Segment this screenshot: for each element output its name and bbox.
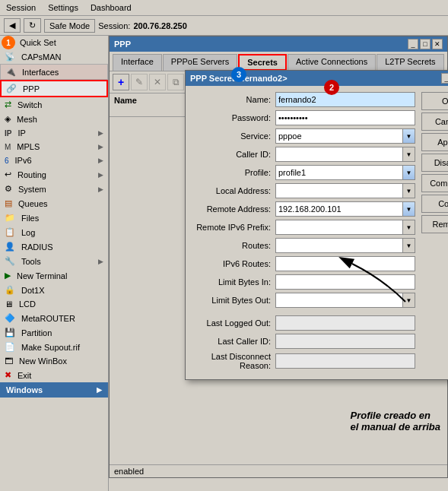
sidebar-item-switch[interactable]: ⇄ Switch <box>0 97 108 112</box>
sidebar-item-capsman[interactable]: 📡 CAPsMAN <box>0 49 108 64</box>
limit-bytes-out-select[interactable]: ▼ <box>275 293 415 308</box>
copy-button[interactable]: Copy <box>421 195 448 213</box>
refresh-button[interactable]: ↻ <box>24 18 41 33</box>
edit-button[interactable]: ✎ <box>131 74 148 90</box>
name-input[interactable] <box>275 92 415 107</box>
sidebar-item-metarouter[interactable]: 🔷 MetaROUTER <box>0 311 108 325</box>
sidebar-item-ppp[interactable]: 🔗 PPP <box>0 80 108 97</box>
form-row-remote-address: Remote Address: 192.168.200.101 ▼ <box>192 201 415 217</box>
limit-bytes-out-dropdown-arrow[interactable]: ▼ <box>402 293 415 307</box>
limit-bytes-in-input[interactable] <box>275 274 415 290</box>
tab-secrets[interactable]: Secrets <box>238 54 287 71</box>
log-icon: 📋 <box>5 227 15 237</box>
sidebar-item-log[interactable]: 📋 Log <box>0 225 108 239</box>
edit-icon: ✎ <box>135 77 143 87</box>
sidebar-item-mesh[interactable]: ◈ Mesh <box>0 112 108 126</box>
apply-button[interactable]: Apply <box>421 133 448 151</box>
ok-button[interactable]: OK <box>421 92 448 110</box>
add-button[interactable]: + 3 <box>113 74 129 90</box>
caller-id-select[interactable]: ▼ <box>275 147 415 162</box>
form-row-service: Service: pppoe ▼ <box>192 128 415 144</box>
profile-select[interactable]: profile1 ▼ <box>275 165 415 180</box>
menu-session[interactable]: Session <box>3 2 39 14</box>
menu-settings[interactable]: Settings <box>45 2 81 14</box>
caller-id-dropdown-arrow[interactable]: ▼ <box>402 147 415 161</box>
minimize-button[interactable]: _ <box>408 39 418 49</box>
windows-bar: Windows ▶ <box>0 382 108 398</box>
queues-icon: ▤ <box>5 198 12 208</box>
sidebar-item-partition[interactable]: 💾 Partition <box>0 325 108 340</box>
remote-ipv6-select[interactable]: ▼ <box>275 220 415 235</box>
sidebar-item-dot1x[interactable]: 🔒 Dot1X <box>0 283 108 297</box>
tab-pppoe-servers[interactable]: PPPoE Servers <box>163 54 237 71</box>
safe-mode-button[interactable]: Safe Mode <box>44 19 95 33</box>
sidebar-item-lcd[interactable]: 🖥 LCD <box>0 297 108 311</box>
badge-2-container: 2 <box>324 80 339 95</box>
ipv6-routes-label: IPv6 Routes: <box>192 259 275 268</box>
makesupout-icon: 📄 <box>5 342 15 352</box>
sidebar-label-quickset: Quick Set <box>20 38 56 47</box>
sidebar-item-quickset[interactable]: 1 Quick Set <box>0 36 108 49</box>
sidebar-item-system[interactable]: ⚙ System ▶ <box>0 182 108 196</box>
sidebar-item-routing[interactable]: ↩ Routing ▶ <box>0 167 108 182</box>
remote-address-select[interactable]: 192.168.200.101 ▼ <box>275 201 415 217</box>
sidebar-item-new-terminal[interactable]: ▶ New Terminal <box>0 268 108 283</box>
sidebar-item-makesupout[interactable]: 📄 Make Supout.rif <box>0 340 108 354</box>
local-address-select[interactable]: ▼ <box>275 183 415 198</box>
ipv6-routes-input[interactable] <box>275 256 415 271</box>
menu-dashboard[interactable]: Dashboard <box>87 2 135 14</box>
close-button[interactable]: ✕ <box>432 39 443 49</box>
sidebar-item-exit[interactable]: ✖ Exit <box>0 368 108 382</box>
profile-dropdown-arrow[interactable]: ▼ <box>402 166 415 179</box>
sidebar-item-files[interactable]: 📁 Files <box>0 211 108 225</box>
dialog-minimize[interactable]: _ <box>441 73 448 84</box>
caller-id-label: Caller ID: <box>192 150 275 159</box>
sidebar-item-radius[interactable]: 👤 RADIUS <box>0 239 108 254</box>
local-address-dropdown-arrow[interactable]: ▼ <box>402 184 415 198</box>
last-caller-id-input[interactable] <box>275 334 415 349</box>
last-disconnect-input[interactable] <box>275 353 415 369</box>
sidebar-item-ipv6[interactable]: 6 IPv6 ▶ <box>0 154 108 167</box>
remote-ipv6-dropdown-arrow[interactable]: ▼ <box>402 220 415 234</box>
service-select[interactable]: pppoe ▼ <box>275 128 415 144</box>
ip-icon: IP <box>5 129 11 138</box>
remove-button[interactable]: Remove <box>421 215 448 233</box>
routes-select[interactable]: ▼ <box>275 238 415 253</box>
dialog-form: Name: Password: Service: pppoe ▼ <box>192 92 415 373</box>
profile-label: Profile: <box>192 168 275 177</box>
tab-l2tp-secrets[interactable]: L2TP Secrets <box>377 54 443 71</box>
tab-active-connections[interactable]: Active Connections <box>288 54 376 71</box>
sidebar-label-interfaces: Interfaces <box>22 68 59 77</box>
comment-button[interactable]: Comment <box>421 174 448 192</box>
caller-id-value <box>276 154 402 155</box>
form-row-ipv6-routes: IPv6 Routes: <box>192 256 415 271</box>
sidebar-item-tools[interactable]: 🔧 Tools ▶ <box>0 254 108 268</box>
ppp-titlebar-buttons: _ □ ✕ <box>408 39 443 49</box>
copy-button[interactable]: ⧉ <box>167 74 184 90</box>
cancel-button[interactable]: Cancel <box>421 112 448 131</box>
sidebar-label-newwinbox: New WinBox <box>19 356 67 366</box>
dialog-titlebar: PPP Secret <fernando2> _ □ ✕ <box>186 71 448 86</box>
tab-interface[interactable]: Interface <box>113 54 162 71</box>
sidebar-item-ip[interactable]: IP IP ▶ <box>0 126 108 140</box>
password-input[interactable] <box>275 110 415 125</box>
local-address-value <box>276 190 402 192</box>
sidebar-label-partition: Partition <box>21 328 52 337</box>
mesh-icon: ◈ <box>5 114 11 124</box>
sidebar-item-mpls[interactable]: M MPLS ▶ <box>0 140 108 154</box>
sidebar-label-mesh: Mesh <box>17 115 37 124</box>
metarouter-icon: 🔷 <box>5 313 15 323</box>
service-dropdown-arrow[interactable]: ▼ <box>402 129 415 143</box>
maximize-button[interactable]: □ <box>420 39 431 49</box>
status-text: enabled <box>114 467 144 476</box>
routes-dropdown-arrow[interactable]: ▼ <box>402 239 415 252</box>
disable-button[interactable]: Disable <box>421 154 448 172</box>
last-logged-out-input[interactable] <box>275 315 415 331</box>
mpls-icon: M <box>5 143 11 151</box>
sidebar-item-newwinbox[interactable]: 🗔 New WinBox <box>0 354 108 368</box>
sidebar-item-interfaces[interactable]: 🔌 Interfaces <box>0 64 108 80</box>
sidebar-item-queues[interactable]: ▤ Queues <box>0 196 108 211</box>
remote-address-dropdown-arrow[interactable]: ▼ <box>402 202 415 216</box>
delete-button[interactable]: ✕ <box>149 74 166 90</box>
back-button[interactable]: ◀ <box>4 18 21 33</box>
